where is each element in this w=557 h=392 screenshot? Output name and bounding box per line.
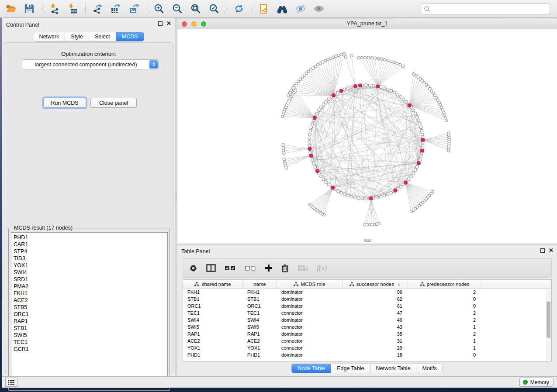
cell-successor-nodes: 61 xyxy=(343,303,408,309)
mcds-result-item[interactable]: PHD1 xyxy=(11,234,167,241)
delete-table-icon[interactable] xyxy=(298,265,308,272)
import-table-button[interactable] xyxy=(66,2,79,15)
export-image-button[interactable] xyxy=(128,2,141,15)
cell-mcds-role: connector xyxy=(277,338,343,344)
export-table-button[interactable] xyxy=(109,2,122,15)
document-network-icon xyxy=(259,3,269,14)
cell-name: TEC1 xyxy=(243,310,277,316)
mcds-result-item[interactable]: GCR1 xyxy=(11,346,167,353)
table-row[interactable]: YOX1YOX1connector291 xyxy=(183,344,551,351)
table-row[interactable]: SWI4SWI4dominator462 xyxy=(183,316,551,323)
gear-icon[interactable] xyxy=(189,264,197,272)
memory-button[interactable]: Memory xyxy=(519,378,554,387)
tab-mcds[interactable]: MCDS xyxy=(116,32,144,41)
mcds-result-item[interactable]: STB5 xyxy=(11,304,167,311)
table-row[interactable]: FKH1FKH1dominator962 xyxy=(183,289,551,296)
float-panel-icon[interactable] xyxy=(158,21,163,26)
mcds-result-item[interactable]: TEC1 xyxy=(11,339,167,346)
mcds-result-item[interactable]: FKH1 xyxy=(11,290,167,297)
close-table-panel-icon[interactable]: ✕ xyxy=(549,248,554,253)
table-row[interactable]: ACE2ACE2connector311 xyxy=(183,337,551,344)
zoom-selected-button[interactable] xyxy=(208,2,221,15)
zoom-in-button[interactable] xyxy=(152,2,166,15)
table-row[interactable]: PHD1PHD1dominator180 xyxy=(183,351,551,358)
close-window-icon[interactable] xyxy=(182,21,187,27)
network-canvas[interactable] xyxy=(177,29,557,244)
zoom-selected-icon xyxy=(209,3,219,14)
mcds-result-item[interactable]: TID3 xyxy=(11,255,167,262)
table-tab-node-table[interactable]: Node Table xyxy=(292,364,331,373)
export-network-button[interactable] xyxy=(91,2,104,15)
task-history-button[interactable] xyxy=(5,378,17,387)
table-scrollbar-thumb[interactable] xyxy=(547,301,550,338)
close-panel-icon[interactable]: ✕ xyxy=(166,21,171,26)
zoom-out-button[interactable] xyxy=(171,2,184,15)
column-header-name[interactable]: name xyxy=(243,280,277,288)
table-scrollbar[interactable] xyxy=(546,289,551,361)
mcds-result-item[interactable]: PMA2 xyxy=(11,283,167,290)
table-row[interactable]: RAP1RAP1dominator352 xyxy=(183,330,551,337)
column-header-mcds-role[interactable]: MCDS role xyxy=(277,280,343,288)
table-row[interactable]: ORC1ORC1dominator610 xyxy=(183,303,551,309)
run-mcds-button[interactable]: Run MCDS xyxy=(43,98,86,108)
mcds-result-item[interactable]: SWI5 xyxy=(11,332,167,339)
column-header-predecessor-nodes[interactable]: predecessor nodes xyxy=(408,280,481,288)
network-title: YPA_prune.txt_1 xyxy=(347,21,388,27)
list-scrollbar[interactable] xyxy=(162,233,167,387)
deselect-all-icon[interactable] xyxy=(245,265,256,271)
mcds-result-item[interactable]: RAP1 xyxy=(11,318,167,325)
tab-style[interactable]: Style xyxy=(65,32,89,41)
table-tab-motifs[interactable]: Motifs xyxy=(416,364,442,373)
tab-select[interactable]: Select xyxy=(89,32,116,41)
export-web-button[interactable] xyxy=(257,2,270,15)
cell-shared-name: YOX1 xyxy=(183,345,243,351)
search-input[interactable] xyxy=(431,5,550,14)
network-search-button[interactable] xyxy=(276,2,289,15)
zoom-window-icon[interactable] xyxy=(201,21,206,27)
column-header-successor-nodes[interactable]: successor nodes⌄ xyxy=(343,280,408,288)
cell-successor-nodes: 31 xyxy=(343,338,408,344)
table-tab-network-table[interactable]: Network Table xyxy=(370,364,417,373)
mcds-result-list[interactable]: PHD1CAR1STP4TID3YOX1SWI4SRD1PMA2FKH1ACE2… xyxy=(11,232,168,388)
cell-mcds-role: connector xyxy=(277,310,343,316)
mcds-result-item[interactable]: SRD1 xyxy=(11,276,167,283)
mcds-result-item[interactable]: STP4 xyxy=(11,248,167,255)
cell-predecessor-nodes: 1 xyxy=(408,324,481,330)
mcds-result-item[interactable]: SWI4 xyxy=(11,269,167,276)
open-session-button[interactable] xyxy=(4,2,17,15)
refresh-icon xyxy=(234,3,244,14)
canvas-scroll-handle[interactable] xyxy=(364,239,371,242)
mcds-result-item[interactable]: STB1 xyxy=(11,325,167,332)
import-network-button[interactable] xyxy=(48,2,61,15)
mcds-result-item[interactable]: CAR1 xyxy=(11,241,167,248)
table-tab-edge-table[interactable]: Edge Table xyxy=(331,364,370,373)
tab-network[interactable]: Network xyxy=(33,32,65,41)
column-chooser-icon[interactable] xyxy=(206,264,216,272)
cell-name: SWI4 xyxy=(243,317,277,323)
table-row[interactable]: STB1STB1dominator620 xyxy=(183,296,551,303)
refresh-button[interactable] xyxy=(232,2,246,15)
close-panel-button[interactable]: Close panel xyxy=(90,98,137,108)
float-table-panel-icon[interactable] xyxy=(540,248,545,253)
table-panel-title: Table Panel xyxy=(181,248,210,254)
zoom-fit-button[interactable] xyxy=(189,2,202,15)
table-header-row: shared namenameMCDS rolesuccessor nodes⌄… xyxy=(183,280,551,289)
hide-details-button[interactable] xyxy=(294,2,307,15)
table-row[interactable]: SWI5SWI5connector431 xyxy=(183,323,551,330)
column-header-shared-name[interactable]: shared name xyxy=(183,280,243,288)
mcds-result-item[interactable]: YOX1 xyxy=(11,262,167,269)
add-row-icon[interactable] xyxy=(265,264,273,272)
mcds-result-item[interactable]: ACE2 xyxy=(11,297,167,304)
eye-slash-icon xyxy=(295,3,306,14)
mcds-result-item[interactable]: ORC1 xyxy=(11,311,167,318)
cell-name: PHD1 xyxy=(243,352,277,358)
optimization-select[interactable]: largest connected component (undirected) xyxy=(22,59,159,69)
cell-predecessor-nodes: 2 xyxy=(408,310,481,316)
function-builder-icon[interactable]: f(x) xyxy=(317,264,327,272)
show-details-button[interactable] xyxy=(312,2,325,15)
table-row[interactable]: TEC1TEC1connector472 xyxy=(183,309,551,316)
minimize-window-icon[interactable] xyxy=(191,21,197,27)
trash-icon[interactable] xyxy=(281,264,289,272)
save-session-button[interactable] xyxy=(23,2,36,15)
select-all-icon[interactable] xyxy=(225,265,236,271)
